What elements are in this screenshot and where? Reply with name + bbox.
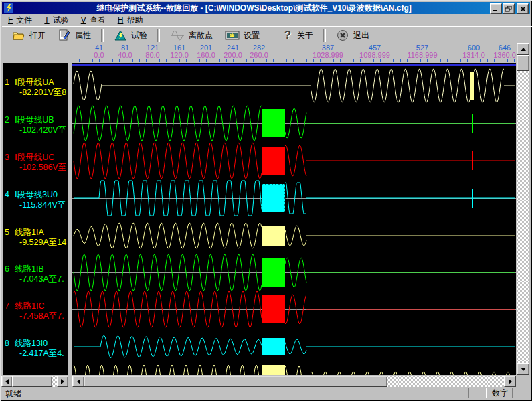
toolbar-button-properties[interactable]: 属性 <box>52 27 97 44</box>
ruler-time-label: 1098.999 <box>359 51 390 59</box>
ruler-baseline <box>72 64 516 66</box>
ruler-tick <box>286 59 287 62</box>
channel-label-8[interactable]: 8线路13I0-2.417A至4. <box>5 339 68 359</box>
scroll-right-button[interactable] <box>504 376 516 387</box>
ruler-tick <box>266 59 267 62</box>
status-ready-text: 就绪 <box>5 388 21 400</box>
channel-label-7[interactable]: 7线路1IC-7.458A至7. <box>5 301 68 321</box>
vertical-scrollbar-thumb[interactable] <box>517 55 529 71</box>
ruler-tick <box>407 59 408 62</box>
ruler-time-label: 1168.999 <box>407 51 437 59</box>
ruler-tick <box>373 59 374 62</box>
scroll-lock-panel <box>512 388 531 398</box>
channel-label-1[interactable]: 1Ⅰ段母线UA-82.201V至8 <box>5 78 68 98</box>
ruler-time-label: 80.0 <box>145 51 159 59</box>
ruler-tick <box>460 59 461 62</box>
ruler-tick <box>467 59 468 62</box>
waveform-canvas[interactable] <box>72 63 516 375</box>
ruler-tick <box>240 59 240 62</box>
menu-file-label: 文件 <box>16 15 32 26</box>
ruler-tick <box>300 59 300 62</box>
minimize-button[interactable] <box>490 3 502 14</box>
ruler-tick <box>393 59 394 62</box>
waveform-trace-ch9 <box>74 365 515 375</box>
toolbar-open-label: 打开 <box>29 30 46 42</box>
ruler-tick <box>219 59 220 62</box>
ruler-tick <box>106 59 106 62</box>
gap-marker-block-ch4 <box>262 184 285 212</box>
ruler-tick <box>86 59 86 62</box>
restore-button[interactable] <box>503 3 515 14</box>
toolbar-button-open[interactable]: 打开 <box>6 27 52 44</box>
menu-item-test[interactable]: T试验 <box>38 14 74 26</box>
ruler-tick <box>79 59 80 62</box>
ruler-tick <box>166 59 167 62</box>
toolbar-button-exit[interactable]: 退出 <box>330 27 375 44</box>
gap-marker-block-ch5 <box>262 226 285 246</box>
minimize-icon <box>493 6 499 12</box>
ruler-tick <box>213 59 213 62</box>
toolbar-button-settings[interactable]: 设置 <box>219 27 266 44</box>
channel-label-5[interactable]: 5线路1IA-9.529A至14 <box>5 228 68 248</box>
labels-scrollbar-thumb[interactable] <box>12 376 52 387</box>
ruler-time-label: 200.0 <box>224 51 242 59</box>
horizontal-scrollbar-thumb[interactable] <box>84 376 387 387</box>
toolbar-properties-label: 属性 <box>75 30 91 42</box>
ruler-time-label: 1314.0 <box>462 51 485 59</box>
channel-label-3[interactable]: 3Ⅰ段母线UC-102.586V至 <box>5 153 68 173</box>
channel-label-6[interactable]: 6线路1IB-7.043A至7. <box>5 264 68 285</box>
scroll-down-button[interactable] <box>517 363 529 375</box>
ruler-tick <box>99 59 100 62</box>
scroll-up-button[interactable] <box>517 43 529 55</box>
status-bar: 就绪 数字 <box>2 388 530 399</box>
ruler-tick <box>132 59 133 62</box>
window-title: 继电保护测试系统--故障回放 - [C:\WINDOWS\Desktop\测试软… <box>15 2 493 14</box>
labels-scroll-left-button[interactable] <box>1 376 13 387</box>
channel-label-2[interactable]: 2Ⅰ段母线UB-102.420V至 <box>5 115 68 135</box>
toolbar-exit-label: 退出 <box>353 30 369 42</box>
menu-item-file[interactable]: F文件 <box>2 14 38 26</box>
ruler-tick <box>193 59 193 62</box>
vertical-scrollbar[interactable] <box>517 43 529 375</box>
waveform-area[interactable] <box>72 63 516 375</box>
ruler-tick <box>293 59 294 62</box>
horizontal-scrollbar-labels[interactable] <box>1 376 68 387</box>
ruler-time-label: 260.0 <box>250 51 268 59</box>
horizontal-scrollbar-main[interactable] <box>72 376 516 387</box>
channel-label-4[interactable]: 4Ⅰ段母线3U0-115.844V至 <box>5 190 68 210</box>
app-window: 继电保护测试系统--故障回放 - [C:\WINDOWS\Desktop\测试软… <box>0 0 532 401</box>
waveform-trace-ch8 <box>74 335 515 357</box>
svg-text:?: ? <box>284 29 291 42</box>
ruler-time-label: 40.0 <box>118 51 132 59</box>
ruler-tick <box>507 59 508 62</box>
menu-item-view[interactable]: V查看 <box>75 14 112 26</box>
close-button[interactable] <box>517 3 529 14</box>
toolbar-settings-label: 设置 <box>244 30 260 42</box>
ruler-tick <box>420 59 421 62</box>
ruler-tick <box>139 59 140 62</box>
ruler-tick <box>427 59 428 62</box>
gap-marker-block-ch3 <box>262 147 285 175</box>
arrow-down-icon <box>521 368 526 371</box>
scrollbar-corner <box>517 376 529 387</box>
ruler-tick <box>206 59 207 62</box>
gap-marker-block-ch7 <box>262 295 285 323</box>
ruler-tick <box>199 59 200 62</box>
scroll-left-button[interactable] <box>72 376 84 387</box>
toolbar-separator <box>157 29 160 42</box>
ruler-tick <box>119 59 120 62</box>
ruler-tick <box>434 59 434 62</box>
toolbar-button-discrete[interactable]: 离散点 <box>164 27 219 44</box>
ruler-tick <box>387 59 387 62</box>
labels-scroll-right-button[interactable] <box>57 376 68 387</box>
ruler-tick <box>92 59 93 62</box>
toolbar-about-label: 关于 <box>297 30 313 42</box>
ruler-tick <box>501 59 501 62</box>
toolbar-button-test[interactable]: 试验 <box>108 27 153 44</box>
toolbar-button-about[interactable]: ? ? 关于 <box>276 27 319 44</box>
ruler-tick <box>306 59 307 62</box>
question-mark-icon: ? ? <box>282 29 293 42</box>
properties-icon <box>58 29 71 42</box>
menu-item-help[interactable]: H帮助 <box>112 14 149 26</box>
ruler-tick <box>173 59 173 62</box>
